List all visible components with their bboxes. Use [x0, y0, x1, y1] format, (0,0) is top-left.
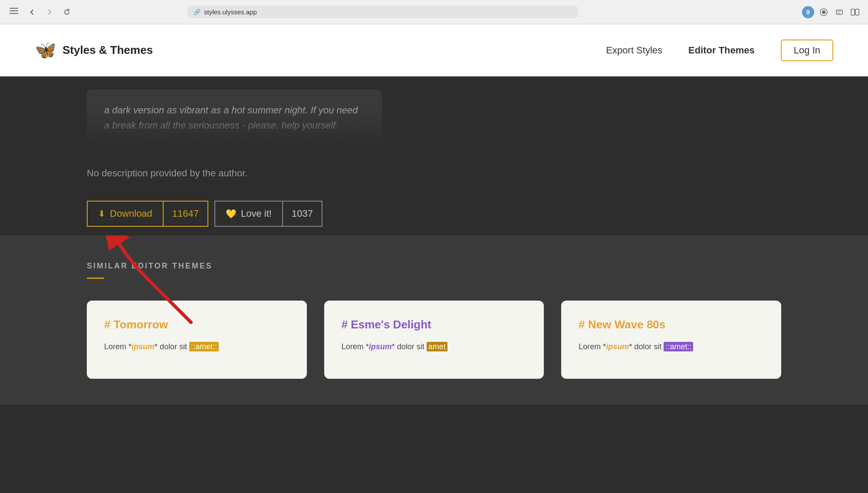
reader-view-button[interactable] [849, 6, 861, 18]
browser-extensions: 9 [802, 6, 861, 18]
love-button[interactable]: 💛 Love it! 1037 [214, 201, 322, 227]
svg-rect-2 [10, 13, 18, 14]
esmes-preview: Lorem *ipsum* dolor sit amet [342, 340, 527, 354]
forward-button[interactable] [43, 6, 56, 18]
sidebar-toggle-button[interactable] [7, 6, 21, 18]
refresh-button[interactable] [61, 6, 73, 18]
love-count: 1037 [283, 202, 322, 226]
svg-rect-5 [836, 10, 842, 14]
action-buttons: ⬇ Download 11647 💛 Love it! 1037 [87, 201, 781, 227]
editor-themes-link[interactable]: Editor Themes [688, 45, 755, 56]
download-button-label: ⬇ Download [88, 202, 164, 226]
newwave-title: # New Wave 80s [579, 318, 764, 331]
download-count: 11647 [164, 202, 207, 226]
lock-icon: 🔗 [194, 9, 201, 15]
svg-point-4 [822, 10, 825, 14]
extension-btn-1[interactable]: 9 [802, 6, 814, 18]
faded-text: a dark version as vibrant as a hot summe… [104, 103, 365, 133]
extension-btn-3[interactable] [833, 6, 845, 18]
no-description-text: No description provided by the author. [87, 168, 781, 179]
logo-icon: 🦋 [35, 40, 56, 60]
red-arrow-svg [95, 235, 226, 331]
theme-card-esmes[interactable]: # Esme's Delight Lorem *ipsum* dolor sit… [324, 301, 544, 379]
url-text: styles.ulysses.app [204, 8, 257, 16]
extension-btn-2[interactable] [818, 6, 830, 18]
browser-chrome: 🔗 styles.ulysses.app 9 [0, 0, 868, 24]
faded-content: a dark version as vibrant as a hot summe… [87, 89, 382, 146]
logo-text: Styles & Themes [62, 43, 153, 57]
download-button[interactable]: ⬇ Download 11647 [87, 201, 208, 227]
download-icon: ⬇ [98, 208, 105, 219]
export-styles-link[interactable]: Export Styles [606, 45, 662, 56]
newwave-preview: Lorem *ipsum* dolor sit ::amet:: [579, 340, 764, 354]
heart-icon: 💛 [226, 208, 237, 219]
top-navigation: 🦋 Styles & Themes Export Styles Editor T… [0, 24, 868, 76]
tomorrow-preview: Lorem *ipsum* dolor sit ::amet:: [104, 340, 289, 354]
address-bar[interactable]: 🔗 styles.ulysses.app [187, 6, 578, 18]
svg-rect-7 [855, 9, 859, 15]
svg-rect-0 [10, 8, 18, 9]
esmes-title: # Esme's Delight [342, 318, 527, 331]
theme-card-newwave[interactable]: # New Wave 80s Lorem *ipsum* dolor sit :… [561, 301, 781, 379]
description-section: a dark version as vibrant as a hot summe… [0, 76, 868, 227]
login-button[interactable]: Log In [781, 40, 833, 61]
svg-rect-6 [851, 9, 855, 15]
nav-links: Export Styles Editor Themes Log In [606, 40, 833, 61]
svg-rect-1 [10, 10, 18, 11]
page-content: a dark version as vibrant as a hot summe… [0, 76, 868, 493]
back-button[interactable] [26, 6, 38, 18]
love-button-label: 💛 Love it! [215, 202, 283, 226]
site-logo[interactable]: 🦋 Styles & Themes [35, 40, 153, 60]
